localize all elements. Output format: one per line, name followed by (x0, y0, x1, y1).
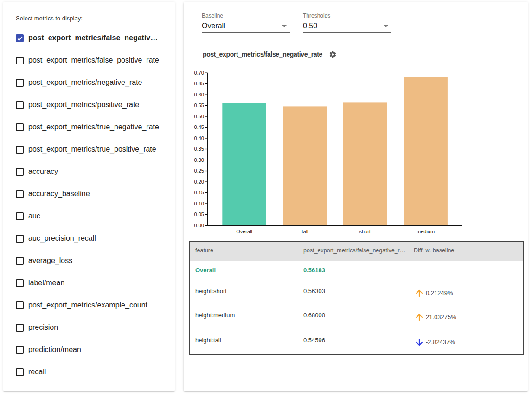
svg-text:0.50: 0.50 (194, 114, 204, 119)
svg-text:0.05: 0.05 (194, 211, 204, 217)
svg-text:0.45: 0.45 (194, 124, 204, 130)
svg-text:0.10: 0.10 (194, 201, 204, 206)
svg-text:0.60: 0.60 (194, 92, 204, 97)
svg-text:Overall: Overall (236, 229, 252, 234)
svg-text:0.25: 0.25 (194, 168, 204, 173)
svg-text:0.20: 0.20 (194, 179, 204, 185)
svg-text:0.00: 0.00 (194, 223, 204, 228)
svg-text:0.35: 0.35 (194, 146, 204, 152)
svg-text:short: short (359, 229, 370, 234)
svg-text:0.65: 0.65 (194, 81, 204, 86)
svg-text:0.15: 0.15 (194, 190, 204, 195)
svg-text:0.30: 0.30 (194, 157, 204, 163)
svg-text:tall: tall (301, 229, 308, 234)
svg-text:0.70: 0.70 (194, 70, 204, 76)
svg-text:0.55: 0.55 (194, 102, 204, 108)
svg-text:0.40: 0.40 (194, 135, 204, 141)
svg-text:medium: medium (417, 229, 435, 234)
